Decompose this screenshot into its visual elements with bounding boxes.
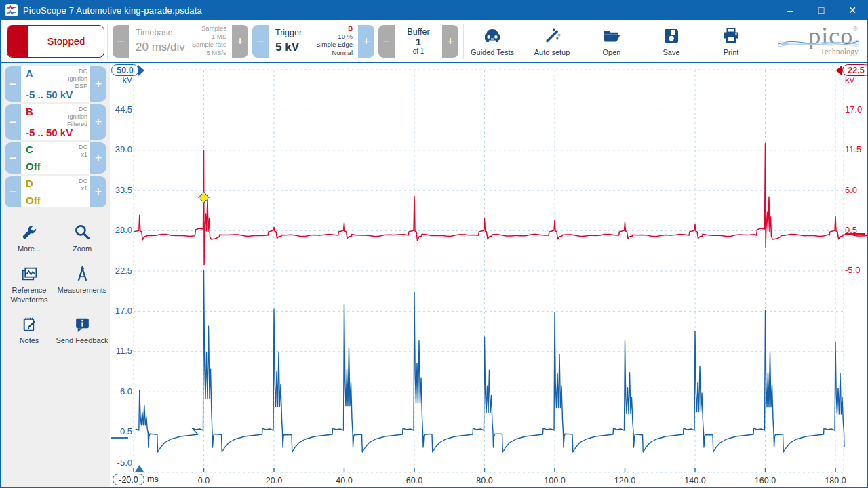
trigger-group: − Trigger 5 kV B 10 % Simple Edge Normal… xyxy=(252,25,374,58)
channel-c-card[interactable]: − C DCx1 Off + xyxy=(5,142,106,174)
axis-tick-label: 17.0 xyxy=(110,306,132,317)
pico-technology-logo: pico® Technology xyxy=(766,26,863,57)
channel-b-increase-button[interactable]: + xyxy=(90,104,106,140)
trigger-pretrigger: 10 % xyxy=(316,33,353,41)
open-folder-icon xyxy=(601,26,622,46)
axis-tick-label: 6.0 xyxy=(110,386,132,397)
timebase-increase-button[interactable]: + xyxy=(232,25,248,58)
channel-c-info: DCx1 xyxy=(79,144,87,159)
wrench-icon xyxy=(20,224,39,242)
left-axis-scale-pill[interactable]: 50.0 xyxy=(111,64,139,76)
channel-c-increase-button[interactable]: + xyxy=(90,142,106,174)
timebase-panel[interactable]: Timebase 20 ms/div Samples 1 MS Sample r… xyxy=(129,25,232,58)
axis-tick-label: 40.0 xyxy=(326,475,363,486)
channel-a-letter: A xyxy=(26,68,33,79)
send-feedback-button[interactable]: Send Feedback xyxy=(56,315,108,346)
open-button[interactable]: Open xyxy=(590,26,633,56)
notes-button[interactable]: Notes xyxy=(3,315,56,346)
app-icon xyxy=(5,4,18,16)
channel-b-card[interactable]: − B DCIgnitionFiltered -5 .. 50 kV + xyxy=(5,104,106,140)
reference-waveforms-label: Reference Waveforms xyxy=(4,286,54,305)
buffer-next-button[interactable]: + xyxy=(442,25,458,58)
axis-tick-label: 11.5 xyxy=(845,144,867,155)
measurements-icon xyxy=(73,265,92,283)
channel-a-trace xyxy=(136,270,844,452)
axis-tick-label: 6.0 xyxy=(845,185,867,196)
axis-tick-label: 100.0 xyxy=(536,475,574,486)
trigger-channel: B xyxy=(316,24,353,33)
sidebar: − A DCIgnitionDSP -5 .. 50 kV + − B DCIg… xyxy=(1,63,110,487)
channel-d-letter: D xyxy=(26,178,33,189)
auto-setup-label: Auto setup xyxy=(534,48,570,56)
toolbar-separator xyxy=(107,24,108,59)
more-button[interactable]: More... xyxy=(3,224,56,254)
right-axis-scale-pill[interactable]: 22.5 xyxy=(842,64,867,76)
channel-b-range: -5 .. 50 kV xyxy=(26,127,73,138)
trigger-decrease-button[interactable]: − xyxy=(252,25,269,58)
channel-a-card[interactable]: − A DCIgnitionDSP -5 .. 50 kV + xyxy=(5,66,106,102)
axis-tick-label: 180.0 xyxy=(816,475,854,486)
time-reference-marker-icon xyxy=(135,465,144,472)
save-button[interactable]: Save xyxy=(650,26,693,56)
print-button[interactable]: Print xyxy=(709,26,753,56)
channel-b-letter: B xyxy=(26,106,33,117)
sample-rate-label: Sample rate xyxy=(192,41,226,49)
channel-c-decrease-button[interactable]: − xyxy=(5,142,21,174)
send-feedback-icon xyxy=(73,315,92,333)
reference-waveforms-icon xyxy=(20,265,39,283)
timebase-label: Timebase xyxy=(136,28,185,37)
toolbar-actions: Guided Tests Auto setup Open xyxy=(471,26,753,56)
channel-d-decrease-button[interactable]: − xyxy=(5,176,21,207)
capture-status-label: Stopped xyxy=(28,26,104,57)
reference-waveforms-button[interactable]: Reference Waveforms xyxy=(3,265,56,305)
trigger-increase-button[interactable]: + xyxy=(358,25,374,58)
zoom-button[interactable]: Zoom xyxy=(56,224,108,254)
trigger-mode: Normal xyxy=(316,49,353,57)
sidebar-tools: More... Zoom Reference Waveforms xyxy=(1,210,110,346)
scope-canvas[interactable] xyxy=(110,63,867,487)
waveform-view[interactable]: 50.0 kV 22.5 kV -20.0 ms 44.539.033.528.… xyxy=(110,63,867,487)
zoom-icon xyxy=(73,224,92,242)
axis-tick-label: 140.0 xyxy=(676,475,714,486)
right-axis-unit: kV xyxy=(845,75,855,85)
guided-tests-label: Guided Tests xyxy=(471,48,514,56)
channel-d-info: DCx1 xyxy=(79,178,87,192)
measurements-button[interactable]: Measurements xyxy=(56,265,108,305)
minimize-button[interactable]: – xyxy=(774,0,806,20)
maximize-button[interactable]: □ xyxy=(806,0,837,20)
timebase-value: 20 ms/div xyxy=(136,41,185,54)
x-axis-unit: ms xyxy=(147,474,159,484)
channel-b-decrease-button[interactable]: − xyxy=(5,104,21,140)
close-button[interactable]: ✕ xyxy=(837,0,868,20)
trigger-panel[interactable]: Trigger 5 kV B 10 % Simple Edge Normal xyxy=(269,25,358,58)
channel-d-range: Off xyxy=(26,195,41,206)
channel-d-increase-button[interactable]: + xyxy=(90,176,106,207)
axis-tick-label: 44.5 xyxy=(110,104,132,115)
axis-tick-label: 120.0 xyxy=(606,475,644,486)
channel-b-trace xyxy=(134,144,867,265)
trigger-level-value: 5 kV xyxy=(275,41,302,54)
buffer-previous-button[interactable]: − xyxy=(378,25,395,58)
timebase-group: − Timebase 20 ms/div Samples 1 MS Sample… xyxy=(113,25,248,58)
buffer-value: 1 xyxy=(416,37,421,48)
toolbar: Stopped − Timebase 20 ms/div Samples 1 M… xyxy=(1,20,867,63)
channel-a-decrease-button[interactable]: − xyxy=(5,66,21,102)
channel-b-info: DCIgnitionFiltered xyxy=(67,106,87,127)
printer-icon xyxy=(721,26,741,46)
channel-a-increase-button[interactable]: + xyxy=(90,66,106,102)
buffer-panel[interactable]: Buffer 1 of 1 xyxy=(395,25,442,58)
channel-d-card[interactable]: − D DCx1 Off + xyxy=(5,176,106,207)
start-stop-button[interactable]: Stopped xyxy=(7,25,104,58)
axis-tick-label: 0.5 xyxy=(845,225,867,236)
open-label: Open xyxy=(603,48,621,56)
guided-tests-button[interactable]: Guided Tests xyxy=(471,26,514,56)
auto-setup-button[interactable]: Auto setup xyxy=(530,26,574,56)
buffer-count: of 1 xyxy=(413,47,425,55)
trigger-label: Trigger xyxy=(275,28,302,37)
timebase-decrease-button[interactable]: − xyxy=(113,25,129,58)
trigger-type: Simple Edge xyxy=(316,41,353,49)
axis-tick-label: 17.0 xyxy=(845,104,867,115)
samples-label: Samples xyxy=(192,24,226,33)
left-axis-unit: kV xyxy=(110,75,132,85)
x-axis-start-pill[interactable]: -20.0 xyxy=(113,474,144,485)
